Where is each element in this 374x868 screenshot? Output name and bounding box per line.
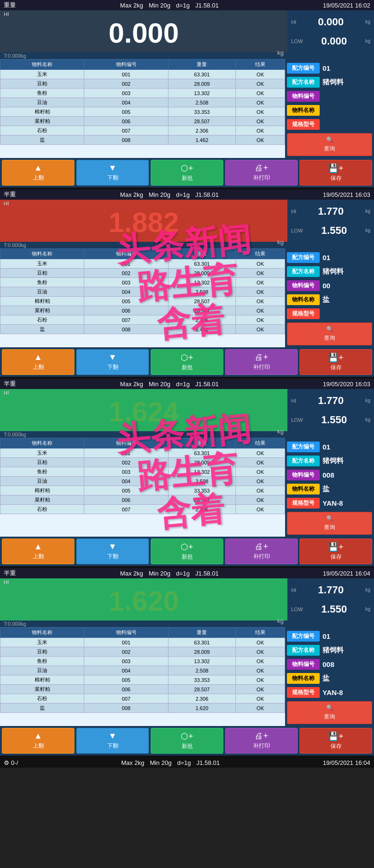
btn-icon-保存: 💾+ <box>328 542 344 552</box>
top-bar: 半重 Max 2kgMin 20gd=1gJ1.58.01 19/05/2021… <box>0 189 374 200</box>
hi-label: HI <box>291 587 296 593</box>
btn-label: 上翻 <box>33 742 44 750</box>
low-label: LOW <box>291 606 303 612</box>
button-row: ▲ 上翻 ▼ 下翻 ⬡+ 新批 🖨+ 补打印 💾+ 保存 <box>0 347 374 377</box>
btn-下翻[interactable]: ▼ 下翻 <box>76 728 149 754</box>
btn-新批[interactable]: ⬡+ 新批 <box>151 539 223 564</box>
info-value: YAN-8 <box>323 499 372 507</box>
info-label: 物料编号 <box>287 91 320 102</box>
query-button[interactable]: 🔍 查询 <box>287 133 372 156</box>
btn-label: 下翻 <box>107 553 118 561</box>
btn-新批[interactable]: ⬡+ 新批 <box>151 160 223 186</box>
hi-row: HI 1.770 kg <box>291 205 370 217</box>
hi-row: HI 1.770 kg <box>291 584 370 596</box>
btn-上翻[interactable]: ▲ 上翻 <box>2 349 74 375</box>
info-label: 规格型号 <box>287 498 320 509</box>
low-value: 1.550 <box>321 224 347 237</box>
btn-下翻[interactable]: ▼ 下翻 <box>76 349 149 375</box>
btn-补打印[interactable]: 🖨+ 补打印 <box>225 539 298 564</box>
btn-补打印[interactable]: 🖨+ 补打印 <box>225 160 298 186</box>
info-row: 物料名称 盐 <box>287 292 372 307</box>
weight-unit: kg <box>4 428 284 436</box>
table-header: 物料名称物料编号重量结果 <box>0 628 285 638</box>
main-weight: 1.882 <box>109 206 179 239</box>
top-bar: 半重 Max 2kgMin 20gd=1gJ1.58.01 19/05/2021… <box>0 568 374 578</box>
query-button[interactable]: 🔍 查询 <box>287 322 372 345</box>
btn-label: 上翻 <box>33 553 44 561</box>
info-row: 物料编号 00 <box>287 278 372 292</box>
btn-保存[interactable]: 💾+ 保存 <box>300 160 372 186</box>
query-button[interactable]: 🔍 查询 <box>287 512 372 535</box>
info-row: 配方名称 猪饲料 <box>287 75 372 89</box>
table-row: 石粉0072.306OK <box>0 694 285 703</box>
query-icon: 🔍 <box>326 704 333 711</box>
info-row: 物料编号 <box>287 89 372 103</box>
info-row: 配方名称 猪饲料 <box>287 643 372 657</box>
table-row: 菜籽粕00628.507OK <box>0 685 285 694</box>
info-row: 配方编号 01 <box>287 440 372 454</box>
info-value: 01 <box>323 632 372 640</box>
info-label: 物料名称 <box>287 673 320 684</box>
btn-label: 补打印 <box>253 363 270 371</box>
panel-panel2: 头条新闻路生育含着 半重 Max 2kgMin 20gd=1gJ1.58.01 … <box>0 189 374 379</box>
low-label: LOW <box>291 38 303 44</box>
info-label: 配方编号 <box>287 252 320 263</box>
info-label: 配方编号 <box>287 631 320 642</box>
btn-label: 新批 <box>182 553 193 561</box>
data-table: 物料名称物料编号重量结果 玉米00163.301OK 豆粕00228.009OK… <box>0 627 285 726</box>
bottom-datetime: 19/05/2021 16:04 <box>323 759 370 766</box>
btn-label: 上翻 <box>33 363 44 371</box>
btn-保存[interactable]: 💾+ 保存 <box>300 728 372 754</box>
btn-icon-上翻: ▲ <box>34 542 43 552</box>
hi-unit: kg <box>365 209 370 214</box>
btn-上翻[interactable]: ▲ 上翻 <box>2 539 74 564</box>
btn-icon-补打印: 🖨+ <box>255 352 268 362</box>
btn-label: 下翻 <box>107 363 118 371</box>
table-header: 物料名称物料编号重量结果 <box>0 438 285 449</box>
btn-icon-新批: ⬡+ <box>181 352 193 363</box>
top-bar-left: 半重 <box>4 190 16 199</box>
btn-保存[interactable]: 💾+ 保存 <box>300 349 372 375</box>
query-label: 查询 <box>324 524 335 531</box>
table-row: 豆粕00228.009OK <box>0 269 285 278</box>
bottom-center: Max 2kgMin 20gd=1gJ1.58.01 <box>121 759 220 766</box>
btn-新批[interactable]: ⬡+ 新批 <box>151 728 223 754</box>
btn-label: 保存 <box>330 742 342 750</box>
query-icon: 🔍 <box>326 515 333 522</box>
btn-补打印[interactable]: 🖨+ 补打印 <box>225 349 298 375</box>
table-row: 豆粕00228.009OK <box>0 458 285 467</box>
hi-value: 1.770 <box>318 395 344 407</box>
btn-上翻[interactable]: ▲ 上翻 <box>2 160 74 186</box>
btn-下翻[interactable]: ▼ 下翻 <box>76 160 149 186</box>
info-value: 猪饲料 <box>323 78 372 87</box>
btn-下翻[interactable]: ▼ 下翻 <box>76 539 149 564</box>
info-label: 物料编号 <box>287 280 320 291</box>
btn-icon-上翻: ▲ <box>34 731 43 741</box>
query-button[interactable]: 🔍 查询 <box>287 701 372 724</box>
top-bar-datetime: 19/05/2020 16:03 <box>323 381 370 388</box>
low-row: LOW 0.000 kg <box>291 35 370 47</box>
table-row: 石粉0072.306OK <box>0 315 285 325</box>
info-label: 配方名称 <box>287 77 320 88</box>
low-label: LOW <box>291 417 303 423</box>
btn-补打印[interactable]: 🖨+ 补打印 <box>225 728 298 754</box>
table-row: 石粉0072.306OK <box>0 126 285 135</box>
weight-unit: kg <box>4 239 284 247</box>
table-row: 菜籽粕00628.507OK <box>0 117 285 126</box>
btn-新批[interactable]: ⬡+ 新批 <box>151 349 223 375</box>
table-row: 盐0081.620OK <box>0 703 285 713</box>
hi-row: HI 1.770 kg <box>291 395 370 407</box>
hi-value: 1.770 <box>318 205 344 217</box>
info-label: 物料编号 <box>287 470 320 480</box>
bottom-status-bar: ⚙ 0-/ Max 2kgMin 20gd=1gJ1.58.01 19/05/2… <box>0 757 374 768</box>
info-row: 配方名称 猪饲料 <box>287 454 372 468</box>
hi-unit: kg <box>365 587 370 592</box>
info-value: 猪饲料 <box>323 267 372 276</box>
query-label: 查询 <box>324 713 335 721</box>
btn-保存[interactable]: 💾+ 保存 <box>300 539 372 564</box>
btn-label: 补打印 <box>253 742 270 750</box>
btn-icon-下翻: ▼ <box>109 352 117 362</box>
low-row: LOW 1.550 kg <box>291 414 370 426</box>
info-row: 规格型号 <box>287 307 372 321</box>
btn-上翻[interactable]: ▲ 上翻 <box>2 728 74 754</box>
